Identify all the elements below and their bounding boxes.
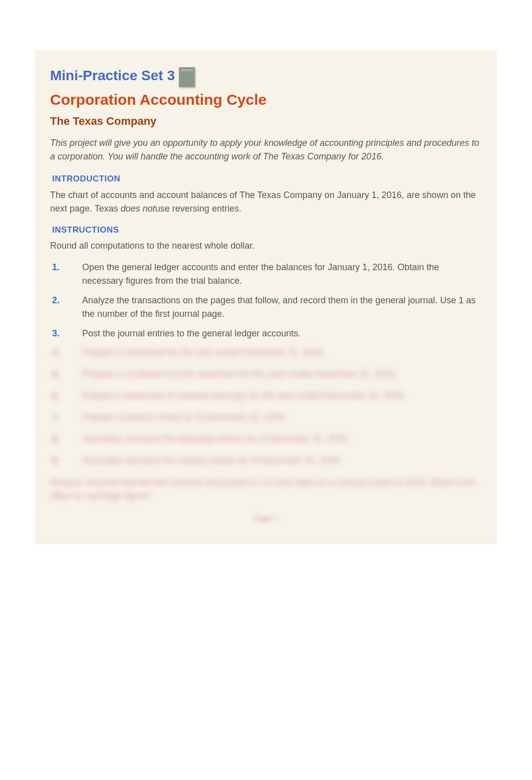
blurred-content: 4. Prepare a worksheet for the year ende… xyxy=(50,346,482,503)
title-row: Mini-Practice Set 3 xyxy=(50,65,482,86)
introduction-heading: INTRODUCTION xyxy=(52,172,482,185)
blurred-text: Journalize and post the closing entries … xyxy=(68,454,482,468)
intro-body-post: use reversing entries. xyxy=(155,204,241,214)
does-not-emphasis: does not xyxy=(121,204,155,214)
instruction-number: 2. xyxy=(52,294,68,321)
page-number: Page 1 xyxy=(50,513,482,524)
blurred-item: 7. Prepare a balance sheet as of Decembe… xyxy=(50,411,482,425)
blurred-number: 9. xyxy=(52,454,68,468)
instruction-number: 1. xyxy=(52,261,68,288)
instruction-text: Analyze the transactions on the pages th… xyxy=(68,294,482,321)
instruction-text: Open the general ledger accounts and ent… xyxy=(68,261,482,288)
project-intro: This project will give you an opportunit… xyxy=(50,136,482,163)
blurred-item: 9. Journalize and post the closing entri… xyxy=(50,454,482,468)
blurred-text: Prepare a balance sheet as of December 3… xyxy=(68,411,482,425)
instruction-item: 1. Open the general ledger accounts and … xyxy=(50,261,482,288)
blurred-number: 6. xyxy=(52,389,68,403)
blurred-number: 7. xyxy=(52,411,68,425)
blurred-number: 5. xyxy=(52,368,68,381)
blurred-analyze: Analyze: Assume that the firm entered an… xyxy=(50,476,482,503)
blurred-item: 8. Journalize and post the adjusting ent… xyxy=(50,433,482,446)
instructions-heading: INSTRUCTIONS xyxy=(52,224,482,237)
blurred-text: Prepare a statement of retained earnings… xyxy=(68,389,482,403)
title-company: The Texas Company xyxy=(50,113,482,129)
intro-body-pre: The chart of accounts and account balanc… xyxy=(50,190,476,214)
document-icon xyxy=(179,67,195,87)
introduction-body: The chart of accounts and account balanc… xyxy=(50,188,482,216)
instructions-lead: Round all computations to the nearest wh… xyxy=(50,239,482,253)
instruction-text: Post the journal entries to the general … xyxy=(68,327,482,340)
blurred-text: Prepare a combined income statement for … xyxy=(68,368,482,381)
blurred-number: 4. xyxy=(52,346,68,360)
instruction-item: 2. Analyze the transactions on the pages… xyxy=(50,294,482,321)
blurred-number: 8. xyxy=(52,433,68,446)
document-page: Mini-Practice Set 3 Corporation Accounti… xyxy=(35,50,497,544)
blurred-text: Prepare a worksheet for the year ended D… xyxy=(68,346,482,360)
title-miniset: Mini-Practice Set 3 xyxy=(50,65,175,86)
blurred-item: 4. Prepare a worksheet for the year ende… xyxy=(50,346,482,360)
blurred-item: 6. Prepare a statement of retained earni… xyxy=(50,389,482,403)
instruction-number: 3. xyxy=(52,327,68,340)
blurred-item: 5. Prepare a combined income statement f… xyxy=(50,368,482,381)
title-cycle: Corporation Accounting Cycle xyxy=(50,88,482,111)
blurred-text: Journalize and post the adjusting entrie… xyxy=(68,433,482,446)
instruction-item: 3. Post the journal entries to the gener… xyxy=(50,327,482,340)
instructions-list: 1. Open the general ledger accounts and … xyxy=(50,261,482,340)
